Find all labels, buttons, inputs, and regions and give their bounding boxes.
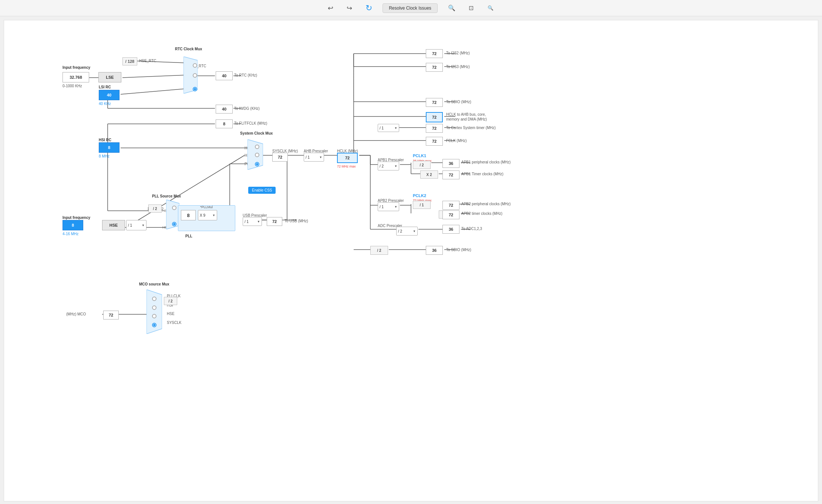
to-flitfclk-value: 8 (216, 119, 233, 128)
enable-css-button[interactable]: Enable CSS (248, 187, 276, 194)
hse-input-freq-label: Input frequency (63, 216, 90, 220)
lsi-rc-value[interactable]: 40 (99, 90, 119, 100)
to-rtc-value: 40 (216, 71, 233, 80)
hse-range-label: 4-16 MHz (63, 232, 78, 236)
zoom-in-button[interactable]: 🔍 (445, 3, 458, 13)
sys-hse-radio[interactable] (255, 153, 259, 157)
redo-button[interactable]: ↪ (344, 3, 355, 14)
mco-sysclk-radio[interactable] (152, 323, 156, 327)
clock-diagram: Input frequency 32.768 0-1000 KHz LSE LS… (8, 24, 814, 497)
hsi-rc-freq-label: 8 MHz (99, 154, 110, 158)
to-i2s2-value: 72 (426, 49, 443, 58)
to-usb-value: 72 (267, 217, 282, 226)
hse-input-value[interactable]: 8 (63, 220, 83, 230)
resolve-clock-button[interactable]: Resolve Clock Issues (383, 3, 438, 13)
ahb-div-dropdown[interactable]: / 1 ▼ (304, 153, 324, 162)
hse-div1-dropdown[interactable]: / 1 ▼ (126, 220, 146, 230)
mco-mux-shape (146, 290, 162, 334)
pclk1-label: PCLK1 (413, 153, 426, 158)
undo-button[interactable]: ↩ (325, 3, 336, 14)
hclk-value[interactable]: 72 (337, 153, 358, 163)
toolbar: ↩ ↪ ↻ Resolve Clock Issues 🔍 ⊡ 🔍 (0, 0, 822, 16)
lse-input-value[interactable]: 32.768 (63, 72, 89, 82)
apb2-div-value: / 1 (380, 205, 384, 209)
div128-box: / 128 (122, 57, 137, 65)
to-sdio-top-label: To SDIO (MHz) (446, 100, 471, 104)
apb2-timer-label: APB2 timer clocks (MHz) (461, 212, 502, 216)
rtc-mux-label: RTC Clock Mux (175, 47, 202, 51)
ahb-div-arrow: ▼ (319, 156, 322, 159)
cortex-div-value: / 1 (380, 126, 384, 130)
apb1-timer-value: 72 (442, 170, 459, 179)
pll-hsi-div2-box: / 2 (148, 204, 162, 213)
apb2-periph-div: / 1 (413, 201, 431, 209)
apb1-periph-div: / 2 (413, 161, 431, 169)
mco-div2-box: / 2 (164, 297, 177, 305)
apb1-div-arrow: ▼ (394, 165, 397, 168)
to-rtc-label: To RTC (KHz) (234, 73, 257, 77)
fclk-label: FCLK (MHz) (446, 139, 467, 143)
mco-hse-radio[interactable] (152, 314, 156, 318)
connection-lines (8, 24, 814, 497)
usb-div-arrow: ▼ (257, 220, 260, 223)
apb1-div-value: / 2 (380, 164, 384, 168)
system-clock-mux-label: System Clock Mux (240, 131, 273, 135)
pllmul-value[interactable]: 8 (181, 210, 196, 220)
fclk-value: 72 (426, 137, 443, 146)
lse-input-freq-label: Input frequency (63, 65, 90, 70)
mco-hse-label: HSE (167, 312, 175, 316)
zoom-out-button[interactable]: 🔍 (485, 4, 496, 12)
mco-pllclk-radio[interactable] (152, 297, 156, 301)
pllmul-mult-dropdown[interactable]: X 9 ▼ (198, 210, 217, 220)
svg-line-2 (121, 89, 185, 94)
mco-hsi-radio[interactable] (152, 305, 156, 310)
lse-range-label: 0-1000 KHz (63, 84, 82, 88)
to-iwdg-value: 40 (216, 105, 233, 114)
rtc-lsi-radio[interactable] (193, 87, 197, 91)
to-i2s3-value: 72 (426, 63, 443, 72)
refresh-button[interactable]: ↻ (363, 2, 375, 14)
fit-button[interactable]: ⊡ (466, 3, 476, 13)
usb-div-value: / 1 (245, 220, 249, 224)
apb1-timer-mult: X 2 (420, 170, 438, 179)
mco-value: 72 (103, 311, 119, 319)
pllmul-mult-arrow: ▼ (212, 214, 215, 217)
sys-pllclk-radio[interactable] (255, 162, 259, 166)
pll-source-mux-label: PLL Source Mux (152, 194, 181, 198)
to-adc-value: 36 (442, 225, 459, 234)
rtc-lse-radio[interactable] (193, 73, 197, 78)
to-iwdg-label: To IWDG (KHz) (234, 106, 260, 111)
pllmul-label: *PLLMul (200, 205, 213, 209)
sys-hsi-radio[interactable] (255, 145, 259, 149)
adc-div-arrow: ▼ (413, 230, 416, 233)
pll-hse-radio[interactable] (172, 222, 176, 226)
adc-div-dropdown[interactable]: / 2 ▼ (396, 227, 418, 236)
cortex-label: To Cortex System timer (MHz) (446, 126, 496, 130)
hsi-rc-value[interactable]: 8 (99, 142, 119, 153)
pll-hsi-radio[interactable] (172, 206, 176, 210)
apb1-periph-label: APB1 peripheral clocks (MHz) (461, 160, 511, 164)
sysclk-value: 72 (272, 153, 288, 162)
hse-div1-value: / 1 (128, 223, 132, 227)
hse-box: HSE (102, 220, 125, 230)
lse-box: LSE (98, 72, 121, 82)
apb2-div-dropdown[interactable]: / 1 ▼ (378, 202, 399, 211)
usb-div-dropdown[interactable]: / 1 ▼ (243, 217, 262, 226)
to-adc-label: To ADC1,2,3 (461, 227, 482, 231)
apb2-timer-value: 72 (442, 210, 459, 219)
to-sdio-bottom-label: To SDIO (MHz) (446, 248, 471, 252)
apb1-timer-label: APB1 Timer clocks (MHz) (461, 172, 503, 176)
svg-marker-83 (146, 290, 162, 334)
to-sdio-bottom-value: 36 (426, 246, 443, 255)
mco-sysclk-label: SYSCLK (167, 321, 181, 325)
apb1-div-dropdown[interactable]: / 2 ▼ (378, 162, 399, 170)
cortex-div-dropdown[interactable]: / 1 ▼ (378, 124, 399, 132)
cortex-value: 72 (426, 124, 443, 133)
lsi-rc-freq-label: 40 KHz (99, 102, 111, 106)
sdio-bottom-div: / 2 (370, 246, 388, 255)
svg-line-1 (122, 75, 185, 78)
adc-div-value: / 2 (398, 229, 402, 233)
main-content: Input frequency 32.768 0-1000 KHz LSE LS… (4, 20, 818, 501)
rtc-hse-radio[interactable] (193, 63, 197, 68)
ahb-div-value: / 1 (306, 155, 310, 159)
